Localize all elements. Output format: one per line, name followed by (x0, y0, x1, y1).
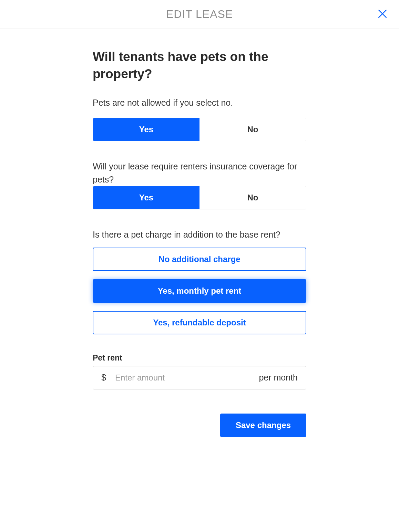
charge-monthly-button[interactable]: Yes, monthly pet rent (93, 279, 306, 303)
insurance-no-button[interactable]: No (200, 186, 306, 209)
charge-question: Is there a pet charge in addition to the… (93, 228, 306, 241)
modal-title: EDIT LEASE (166, 8, 233, 21)
pet-rent-input[interactable] (115, 373, 259, 383)
insurance-toggle-group: Yes No (93, 186, 306, 209)
insurance-question: Will your lease require renters insuranc… (93, 160, 306, 186)
pet-rent-field: Pet rent $ per month (93, 353, 306, 389)
save-changes-button[interactable]: Save changes (220, 414, 306, 437)
per-month-suffix: per month (259, 373, 298, 383)
pets-subtext: Pets are not allowed if you select no. (93, 96, 306, 109)
actions-row: Save changes (93, 414, 306, 437)
charge-block: Is there a pet charge in addition to the… (93, 228, 306, 334)
charge-deposit-button[interactable]: Yes, refundable deposit (93, 311, 306, 334)
dollar-prefix: $ (101, 373, 106, 383)
pets-yes-button[interactable]: Yes (93, 118, 200, 141)
charge-options: No additional charge Yes, monthly pet re… (93, 248, 306, 334)
pet-rent-input-wrap: $ per month (93, 366, 306, 389)
insurance-block: Will your lease require renters insuranc… (93, 160, 306, 209)
pets-toggle-group: Yes No (93, 118, 306, 141)
insurance-yes-button[interactable]: Yes (93, 186, 200, 209)
pet-rent-label: Pet rent (93, 353, 306, 363)
close-button[interactable] (376, 7, 389, 21)
close-icon (377, 8, 388, 19)
pets-no-button[interactable]: No (200, 118, 306, 141)
modal-content: Will tenants have pets on the property? … (93, 29, 306, 451)
modal-header: EDIT LEASE (0, 0, 399, 29)
charge-none-button[interactable]: No additional charge (93, 248, 306, 271)
pets-heading: Will tenants have pets on the property? (93, 48, 306, 83)
